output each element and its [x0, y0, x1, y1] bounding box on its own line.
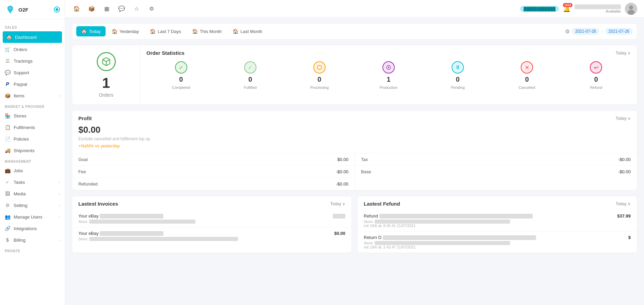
goal-label: Goal: [78, 157, 88, 162]
stat-completed: ✓ 0 Completed: [146, 61, 216, 90]
sidebar-item-policies[interactable]: 📄 Policies: [0, 133, 65, 145]
topbar-star-icon[interactable]: ☆: [132, 4, 141, 14]
latest-refund-card: Lastest Fefund Today ∨ Refund ██████████…: [357, 196, 637, 253]
refund-today[interactable]: Today ∨: [616, 202, 631, 206]
cancelled-value: 0: [525, 76, 529, 83]
sidebar-item-tasks[interactable]: ✓ Tasks ›: [0, 176, 65, 188]
topbar-chat-icon[interactable]: 💬: [117, 4, 126, 14]
tab-last7days-label: Last 7 Days: [158, 29, 181, 34]
processing-value: 0: [317, 76, 321, 83]
nav-label-setting: Setting: [14, 203, 27, 208]
sidebar-item-billing[interactable]: $ Billing ›: [0, 234, 65, 246]
nav: SALES 🏠 Dashboard 🛒 Orders ☰ Trackings 💬…: [0, 19, 65, 305]
processing-icon-circle: [313, 61, 326, 74]
latest-invoices-card: Lastest Invoices Today ∨ Your eBay █████…: [72, 196, 352, 253]
invoices-header: Lastest Invoices Today ∨: [72, 196, 351, 210]
base-value: -$0.00: [618, 169, 631, 174]
sidebar-item-orders[interactable]: 🛒 Orders: [0, 44, 65, 55]
completed-icon-circle: ✓: [175, 61, 187, 74]
order-stats-right: Order Statistics Today ∨ ✓ 0 Completed ✓…: [140, 45, 637, 105]
gear-icon[interactable]: ⚙: [565, 28, 570, 35]
sidebar-item-setting[interactable]: ⚙ Setting ›: [0, 199, 65, 211]
invoice-store-2: Store: █████████████████████████████████…: [78, 237, 345, 241]
goal-value: $0.00: [337, 157, 348, 162]
tab-last7days[interactable]: 🏠 Last 7 Days: [145, 26, 186, 36]
stat-production: 1 Production: [354, 61, 423, 90]
fulfilments-icon: 📋: [5, 125, 10, 130]
manage-users-chevron-icon: ›: [59, 215, 60, 219]
sidebar-item-media[interactable]: 🖼 Media ›: [0, 188, 65, 199]
sidebar: O2F SALES 🏠 Dashboard 🛒 Orders ☰ Trackin…: [0, 0, 65, 305]
cancelled-icon-circle: ✕: [521, 61, 533, 74]
order-statistics-card: 1 Orders Order Statistics Today ∨ ✓ 0 Co…: [72, 45, 637, 105]
sidebar-item-support[interactable]: 💬 Support: [0, 67, 65, 78]
pending-value: 0: [456, 76, 460, 83]
invoices-today[interactable]: Today ∨: [330, 202, 345, 206]
fulfilled-icon-circle: ✓: [244, 61, 256, 74]
order-stats-today[interactable]: Today ∨: [616, 51, 631, 55]
sales-section-label: SALES: [0, 22, 65, 31]
invoice-title-2: Your eBay ██████████████████████ $0.00: [78, 231, 345, 236]
sidebar-item-items[interactable]: 📦 Items ›: [0, 90, 65, 101]
stat-refund: ↩ 0 Refund: [562, 61, 631, 90]
production-label: Production: [380, 85, 398, 90]
fulfilled-label: Fulfilled: [244, 85, 257, 90]
topbar-box-icon[interactable]: 📦: [87, 4, 96, 14]
date-from-pill[interactable]: 2021-07-26: [572, 28, 599, 35]
tab-thismonth[interactable]: 🏠 This Month: [187, 26, 226, 36]
tab-today[interactable]: 🏠 Today: [76, 26, 106, 36]
status-indicator: [54, 6, 60, 13]
logo-area: O2F: [0, 0, 65, 19]
main-area: 🏠 📦 ▦ 💬 ☆ ⚙ ████████████ 🔔 1820 ████████…: [65, 0, 644, 305]
completed-label: Completed: [172, 85, 190, 90]
tasks-chevron-icon: ›: [59, 180, 60, 184]
sidebar-item-dashboard[interactable]: 🏠 Dashboard: [3, 31, 62, 43]
production-icon-circle: [382, 61, 395, 74]
invoice-store-1: Store: █████████████████████████████████…: [78, 220, 345, 224]
sidebar-item-jobs[interactable]: 💼 Jobs: [0, 165, 65, 176]
user-avatar[interactable]: [625, 3, 637, 15]
order-count-label: Orders: [99, 92, 113, 98]
shipments-icon: 🚚: [5, 148, 10, 153]
profit-row-tax: Tax -$0.00: [355, 154, 637, 166]
order-stats-title: Order Statistics: [146, 50, 185, 56]
sidebar-item-fulfilments[interactable]: 📋 Fulfilments: [0, 122, 65, 133]
tab-lastmonth[interactable]: 🏠 Last Month: [228, 26, 267, 36]
sidebar-item-integrations[interactable]: 🔗 Integrations: [0, 223, 65, 234]
sidebar-item-paypal[interactable]: P Paypal: [0, 78, 65, 90]
profit-header: Profit Today ∨: [72, 111, 637, 125]
fee-value: -$0.00: [336, 169, 348, 174]
billing-chevron-icon: ›: [59, 238, 60, 242]
sidebar-item-stores[interactable]: 🏪 Stores: [0, 110, 65, 122]
invoices-title: Lastest Invoices: [78, 201, 118, 207]
last7days-icon: 🏠: [150, 29, 156, 34]
sidebar-item-manage-users[interactable]: 👥 Manage Users ›: [0, 211, 65, 223]
date-range-picker: ⚙ 2021-07-26 - 2021-07-26: [565, 28, 633, 35]
date-to-pill[interactable]: 2021-07-26: [605, 28, 633, 35]
sidebar-item-trackings[interactable]: ☰ Trackings: [0, 55, 65, 67]
profit-change: +NaN% vs yesterday: [72, 143, 637, 153]
profit-right-col: Tax -$0.00 Base -$0.00: [355, 154, 637, 190]
setting-icon: ⚙: [5, 203, 10, 208]
refund-title: Lastest Fefund: [364, 201, 400, 207]
cancelled-label: Cancelled: [519, 85, 535, 90]
completed-value: 0: [179, 76, 183, 83]
tab-yesterday-label: Yesterday: [120, 29, 139, 34]
jobs-icon: 💼: [5, 168, 10, 173]
topbar-grid-icon[interactable]: ▦: [102, 4, 111, 14]
refund-amount-2: $: [628, 235, 631, 240]
invoice-item-2: Your eBay ██████████████████████ $0.00 S…: [72, 227, 351, 244]
refund-icon-circle: ↩: [590, 61, 602, 74]
notification-button[interactable]: 🔔 1820: [563, 5, 570, 13]
profit-sub: Exclude cancelled and fulfillment top up: [72, 137, 637, 143]
order-stats-header: Order Statistics Today ∨: [140, 45, 637, 56]
topbar-settings-icon[interactable]: ⚙: [147, 4, 156, 14]
topbar-home-icon[interactable]: 🏠: [72, 4, 81, 14]
logo-text: O2F: [18, 7, 28, 13]
stat-pending: ⏸ 0 Pending: [423, 61, 492, 90]
tab-thismonth-label: This Month: [200, 29, 222, 34]
tab-yesterday[interactable]: 🏠 Yesterday: [107, 26, 144, 36]
profit-today[interactable]: Today ∨: [616, 116, 631, 121]
pending-icon-circle: ⏸: [452, 61, 464, 74]
sidebar-item-shipments[interactable]: 🚚 Shipments: [0, 145, 65, 156]
